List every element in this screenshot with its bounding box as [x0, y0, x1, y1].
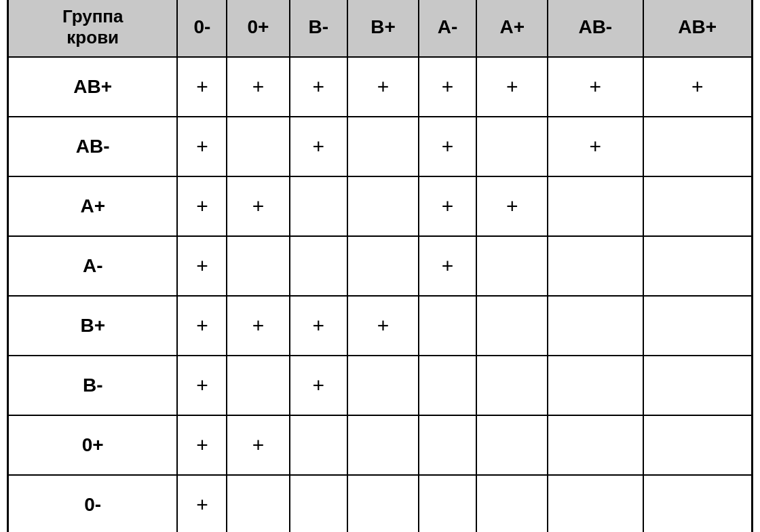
- row-6-label: 0+: [8, 415, 178, 475]
- row-1-col5: +: [419, 117, 477, 176]
- row-3-col1: +: [177, 236, 227, 296]
- row-1-col2: [227, 117, 289, 176]
- row-3-col3: [290, 236, 348, 296]
- row-1-col7: +: [548, 117, 643, 176]
- header-aminus: A-: [419, 0, 477, 57]
- row-7-label: 0-: [8, 475, 178, 532]
- row-2-col2: +: [227, 176, 289, 236]
- header-0minus: 0-: [177, 0, 227, 57]
- row-6-col6: [476, 415, 548, 475]
- header-bplus: B+: [347, 0, 419, 57]
- row-5-col1: +: [177, 356, 227, 415]
- row-3-col7: [548, 236, 643, 296]
- row-0-col1: +: [177, 57, 227, 117]
- row-1-col4: [347, 117, 419, 176]
- row-4-col7: [548, 296, 643, 356]
- row-2-col7: [548, 176, 643, 236]
- row-5-col5: [419, 356, 477, 415]
- row-7-col4: [347, 475, 419, 532]
- row-1-col1: +: [177, 117, 227, 176]
- row-7-col1: +: [177, 475, 227, 532]
- header-0plus: 0+: [227, 0, 289, 57]
- row-7-col8: [643, 475, 753, 532]
- row-4-col6: [476, 296, 548, 356]
- header-aplus: A+: [476, 0, 548, 57]
- row-6-col7: [548, 415, 643, 475]
- row-1-col6: [476, 117, 548, 176]
- row-0-col2: +: [227, 57, 289, 117]
- row-1-label: AB-: [8, 117, 178, 176]
- row-3-col6: [476, 236, 548, 296]
- header-abplus: AB+: [643, 0, 753, 57]
- row-2-col8: [643, 176, 753, 236]
- row-1-col3: +: [290, 117, 348, 176]
- row-7-col3: [290, 475, 348, 532]
- row-3-col8: [643, 236, 753, 296]
- row-4-label: B+: [8, 296, 178, 356]
- row-2-col4: [347, 176, 419, 236]
- row-3-col2: [227, 236, 289, 296]
- row-0-col6: +: [476, 57, 548, 117]
- row-2-col1: +: [177, 176, 227, 236]
- header-blood-type: Группакрови: [8, 0, 178, 57]
- row-4-col2: +: [227, 296, 289, 356]
- row-3-col4: [347, 236, 419, 296]
- row-6-col2: +: [227, 415, 289, 475]
- row-4-col3: +: [290, 296, 348, 356]
- row-6-col5: [419, 415, 477, 475]
- row-7-col5: [419, 475, 477, 532]
- header-abminus: AB-: [548, 0, 643, 57]
- row-7-col7: [548, 475, 643, 532]
- row-0-label: AB+: [8, 57, 178, 117]
- row-0-col5: +: [419, 57, 477, 117]
- blood-type-table: Группакрови 0- 0+ B- B+ A- A+ AB- AB+ AB…: [7, 0, 753, 532]
- row-4-col8: [643, 296, 753, 356]
- row-6-col3: [290, 415, 348, 475]
- row-2-col5: +: [419, 176, 477, 236]
- row-3-label: A-: [8, 236, 178, 296]
- row-7-col2: [227, 475, 289, 532]
- row-2-col6: +: [476, 176, 548, 236]
- row-6-col8: [643, 415, 753, 475]
- row-1-col8: [643, 117, 753, 176]
- row-4-col1: +: [177, 296, 227, 356]
- row-7-col6: [476, 475, 548, 532]
- row-4-col4: +: [347, 296, 419, 356]
- row-0-col8: +: [643, 57, 753, 117]
- row-3-col5: +: [419, 236, 477, 296]
- row-5-col4: [347, 356, 419, 415]
- row-5-label: B-: [8, 356, 178, 415]
- row-5-col6: [476, 356, 548, 415]
- row-0-col3: +: [290, 57, 348, 117]
- header-bminus: B-: [290, 0, 348, 57]
- row-6-col1: +: [177, 415, 227, 475]
- row-5-col3: +: [290, 356, 348, 415]
- row-2-col3: [290, 176, 348, 236]
- row-0-col4: +: [347, 57, 419, 117]
- row-2-label: A+: [8, 176, 178, 236]
- row-4-col5: [419, 296, 477, 356]
- row-6-col4: [347, 415, 419, 475]
- row-5-col8: [643, 356, 753, 415]
- row-0-col7: +: [548, 57, 643, 117]
- row-5-col2: [227, 356, 289, 415]
- row-5-col7: [548, 356, 643, 415]
